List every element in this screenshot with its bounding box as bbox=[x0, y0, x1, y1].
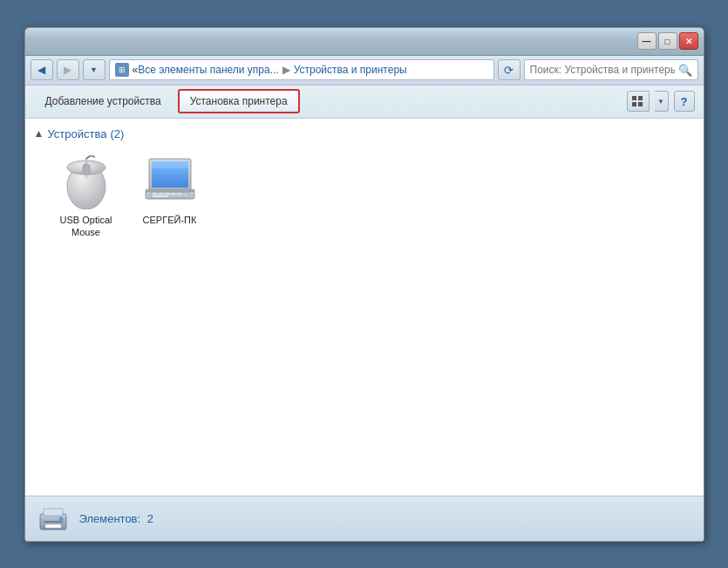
search-input[interactable] bbox=[530, 64, 675, 76]
svg-rect-14 bbox=[177, 193, 181, 195]
back-button[interactable]: ◀ bbox=[31, 59, 53, 80]
svg-rect-18 bbox=[152, 161, 188, 168]
usb-mouse-icon bbox=[58, 154, 114, 210]
pc-name: СЕРГЕЙ-ПК bbox=[143, 214, 197, 226]
title-bar: — □ ✕ bbox=[25, 28, 704, 56]
content-area: ▲ Устройства (2) bbox=[25, 119, 704, 496]
main-window: — □ ✕ ◀ ▶ ▼ ⊞ « Все элементы панели упра… bbox=[24, 27, 704, 542]
refresh-button[interactable]: ⟳ bbox=[498, 59, 520, 80]
maximize-button[interactable]: □ bbox=[658, 32, 677, 50]
search-icon[interactable]: 🔍 bbox=[678, 64, 692, 77]
svg-rect-1 bbox=[638, 96, 643, 100]
pc-icon bbox=[142, 154, 198, 210]
svg-point-23 bbox=[58, 517, 63, 522]
devices-section-header: ▲ Устройства (2) bbox=[34, 127, 695, 140]
status-items-text: Элементов: 2 bbox=[79, 512, 154, 525]
status-printer-icon bbox=[36, 501, 71, 536]
forward-button[interactable]: ▶ bbox=[57, 59, 79, 80]
search-box: 🔍 bbox=[524, 59, 698, 80]
svg-rect-19 bbox=[146, 189, 194, 192]
section-toggle[interactable]: ▲ bbox=[34, 127, 44, 140]
svg-rect-24 bbox=[44, 521, 63, 523]
section-count: (2) bbox=[110, 127, 124, 140]
svg-rect-3 bbox=[638, 102, 643, 106]
status-label: Элементов: bbox=[79, 512, 141, 525]
add-device-button[interactable]: Добавление устройства bbox=[34, 89, 173, 113]
devices-grid: USB OpticalMouse bbox=[34, 151, 695, 243]
status-count: 2 bbox=[147, 512, 153, 525]
svg-rect-21 bbox=[44, 509, 63, 516]
svg-rect-22 bbox=[45, 524, 61, 528]
svg-rect-11 bbox=[159, 193, 163, 195]
breadcrumb: ⊞ « Все элементы панели упра... ▶ Устрой… bbox=[109, 59, 494, 80]
device-item-pc[interactable]: СЕРГЕЙ-ПК bbox=[135, 151, 205, 243]
help-button[interactable]: ? bbox=[674, 91, 695, 112]
svg-rect-12 bbox=[165, 193, 169, 195]
svg-rect-2 bbox=[632, 102, 636, 106]
breadcrumb-part1[interactable]: Все элементы панели упра... bbox=[138, 64, 279, 76]
breadcrumb-part2[interactable]: Устройства и принтеры bbox=[294, 64, 407, 76]
status-bar: Элементов: 2 bbox=[25, 496, 704, 541]
minimize-button[interactable]: — bbox=[637, 32, 657, 50]
svg-rect-0 bbox=[632, 96, 636, 100]
device-item-usb-mouse[interactable]: USB OpticalMouse bbox=[51, 151, 121, 243]
install-printer-button[interactable]: Установка принтера bbox=[178, 89, 300, 113]
title-bar-controls: — □ ✕ bbox=[637, 32, 698, 50]
svg-rect-7 bbox=[83, 164, 90, 175]
breadcrumb-sep1: ▶ bbox=[282, 64, 290, 76]
svg-rect-10 bbox=[153, 193, 157, 195]
breadcrumb-prefix: « bbox=[133, 64, 139, 76]
svg-rect-15 bbox=[153, 195, 168, 197]
view-dropdown[interactable]: ▼ bbox=[655, 91, 669, 112]
section-title[interactable]: Устройства bbox=[47, 127, 106, 140]
close-button[interactable]: ✕ bbox=[679, 32, 698, 50]
svg-rect-13 bbox=[171, 193, 175, 195]
control-panel-icon: ⊞ bbox=[115, 63, 129, 77]
address-bar: ◀ ▶ ▼ ⊞ « Все элементы панели упра... ▶ … bbox=[25, 56, 704, 86]
view-button[interactable] bbox=[627, 91, 650, 112]
usb-mouse-name: USB OpticalMouse bbox=[60, 214, 112, 239]
toolbar: Добавление устройства Установка принтера… bbox=[25, 86, 704, 119]
dropdown-button[interactable]: ▼ bbox=[83, 59, 105, 80]
